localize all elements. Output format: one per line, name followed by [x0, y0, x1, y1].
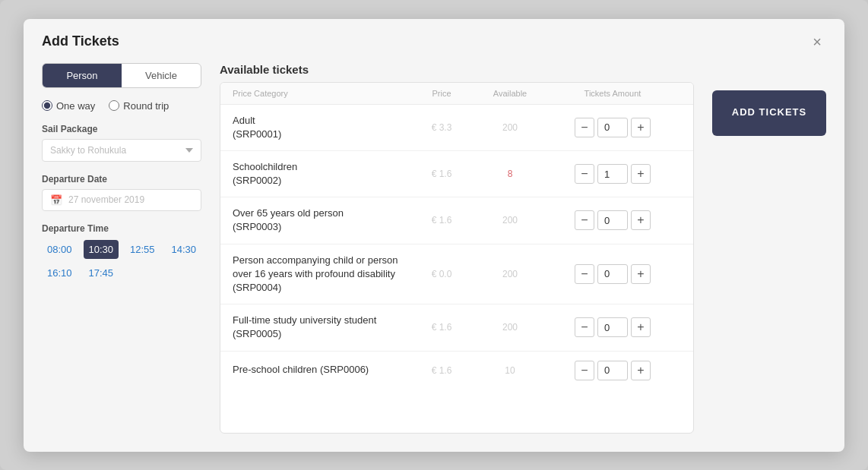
one-way-radio-label[interactable]: One way: [42, 100, 95, 112]
qty-plus-over65[interactable]: +: [631, 210, 651, 230]
table-header-row: Price Category Price Available Tickets A…: [220, 83, 693, 105]
ticket-available-preschool: 10: [476, 365, 544, 376]
vehicle-toggle-button[interactable]: Vehicle: [122, 64, 201, 87]
qty-minus-preschool[interactable]: −: [575, 361, 594, 380]
qty-minus-schoolchildren[interactable]: −: [575, 164, 594, 184]
qty-input-preschool[interactable]: [597, 361, 628, 380]
ticket-name-student: Full-time study university student (SRP0…: [233, 314, 407, 341]
ticket-name-preschool: Pre-school children (SRP0006): [233, 363, 407, 377]
close-button[interactable]: ×: [808, 33, 826, 51]
ticket-available-schoolchildren: 8: [476, 169, 544, 179]
right-column: ADD TICKETS: [712, 63, 826, 434]
time-slot-1745[interactable]: 17:45: [84, 263, 119, 282]
ticket-price-preschool: € 1.6: [407, 365, 476, 376]
quantity-control-schoolchildren: − +: [544, 164, 681, 184]
calendar-icon: 📅: [50, 194, 62, 206]
screen: Add Tickets × Person Vehicle One way: [0, 0, 868, 470]
sail-package-label: Sail Package: [42, 124, 201, 134]
ticket-price-schoolchildren: € 1.6: [407, 169, 476, 179]
departure-time-group: Departure Time 08:00 10:30 12:55 14:30 1…: [42, 223, 201, 282]
ticket-available-accompanying: 200: [476, 269, 544, 279]
time-slot-0800[interactable]: 08:00: [42, 240, 78, 259]
qty-input-student[interactable]: [597, 317, 628, 337]
ticket-name-over65: Over 65 years old person (SRP0003): [233, 207, 407, 234]
sail-package-select[interactable]: Sakky to Rohukula: [42, 139, 201, 162]
modal-body: Person Vehicle One way Round trip: [24, 51, 844, 452]
quantity-control-adult: − +: [544, 118, 681, 137]
ticket-price-adult: € 3.3: [407, 122, 476, 133]
col-price-category: Price Category: [233, 89, 407, 98]
qty-minus-student[interactable]: −: [575, 317, 594, 337]
ticket-price-student: € 1.6: [407, 322, 476, 333]
quantity-control-accompanying: − +: [544, 264, 681, 284]
col-price: Price: [407, 89, 476, 98]
modal-title: Add Tickets: [42, 33, 119, 49]
qty-plus-adult[interactable]: +: [631, 118, 651, 137]
time-slot-1255[interactable]: 12:55: [125, 240, 160, 259]
qty-input-accompanying[interactable]: [597, 264, 628, 284]
quantity-control-preschool: − +: [544, 361, 681, 380]
departure-date-group: Departure Date 📅 27 november 2019: [42, 174, 201, 211]
ticket-name-accompanying: Person accompanying child or person over…: [233, 254, 407, 295]
ticket-name-adult: Adult (SRP0001): [233, 114, 407, 141]
qty-minus-adult[interactable]: −: [575, 118, 594, 137]
time-slots-grid: 08:00 10:30 12:55 14:30 16:10 17:45: [42, 240, 201, 282]
ticket-row-student: Full-time study university student (SRP0…: [220, 304, 693, 351]
person-toggle-button[interactable]: Person: [43, 64, 122, 87]
person-vehicle-toggle: Person Vehicle: [42, 63, 201, 88]
ticket-row-adult: Adult (SRP0001) € 3.3 200 − +: [220, 105, 693, 151]
departure-date-label: Departure Date: [42, 174, 201, 185]
round-trip-radio-label[interactable]: Round trip: [109, 100, 169, 112]
departure-date-input[interactable]: 📅 27 november 2019: [42, 189, 201, 211]
departure-time-label: Departure Time: [42, 223, 201, 234]
ticket-available-adult: 200: [476, 122, 544, 133]
round-trip-radio[interactable]: [109, 100, 119, 111]
col-available: Available: [476, 89, 544, 98]
quantity-control-over65: − +: [544, 210, 681, 230]
qty-minus-accompanying[interactable]: −: [575, 264, 594, 284]
qty-minus-over65[interactable]: −: [575, 210, 594, 230]
modal: Add Tickets × Person Vehicle One way: [24, 19, 844, 452]
round-trip-label: Round trip: [123, 100, 169, 112]
qty-input-schoolchildren[interactable]: [597, 164, 628, 184]
one-way-radio[interactable]: [42, 100, 52, 111]
time-slot-1610[interactable]: 16:10: [42, 263, 78, 282]
sail-package-group: Sail Package Sakky to Rohukula: [42, 124, 201, 162]
main-content: Available tickets Price Category Price A…: [220, 63, 694, 434]
ticket-available-over65: 200: [476, 215, 544, 226]
time-slot-1430[interactable]: 14:30: [166, 240, 202, 259]
ticket-row-accompanying: Person accompanying child or person over…: [220, 244, 693, 305]
available-tickets-header: Available tickets: [220, 63, 694, 76]
quantity-control-student: − +: [544, 317, 681, 337]
qty-plus-student[interactable]: +: [631, 317, 651, 337]
ticket-row-preschool: Pre-school children (SRP0006) € 1.6 10 −…: [220, 352, 693, 390]
time-slot-1030[interactable]: 10:30: [84, 240, 119, 259]
qty-input-over65[interactable]: [597, 210, 628, 230]
qty-input-adult[interactable]: [597, 118, 628, 137]
ticket-price-accompanying: € 0.0: [407, 269, 476, 279]
departure-date-placeholder: 27 november 2019: [68, 194, 144, 205]
one-way-label: One way: [56, 100, 95, 112]
sidebar: Person Vehicle One way Round trip: [42, 63, 201, 434]
qty-plus-schoolchildren[interactable]: +: [631, 164, 651, 184]
tickets-table: Price Category Price Available Tickets A…: [220, 82, 694, 434]
qty-plus-preschool[interactable]: +: [631, 361, 651, 380]
ticket-price-over65: € 1.6: [407, 215, 476, 226]
ticket-name-schoolchildren: Schoolchildren (SRP0002): [233, 160, 407, 188]
trip-type-group: One way Round trip: [42, 100, 201, 112]
modal-header: Add Tickets ×: [24, 19, 844, 51]
ticket-row-schoolchildren: Schoolchildren (SRP0002) € 1.6 8 − +: [220, 151, 693, 197]
qty-plus-accompanying[interactable]: +: [631, 264, 651, 284]
ticket-row-over65: Over 65 years old person (SRP0003) € 1.6…: [220, 197, 693, 244]
ticket-available-student: 200: [476, 322, 544, 333]
add-tickets-button[interactable]: ADD TICKETS: [712, 90, 826, 136]
col-tickets-amount: Tickets Amount: [544, 89, 681, 98]
